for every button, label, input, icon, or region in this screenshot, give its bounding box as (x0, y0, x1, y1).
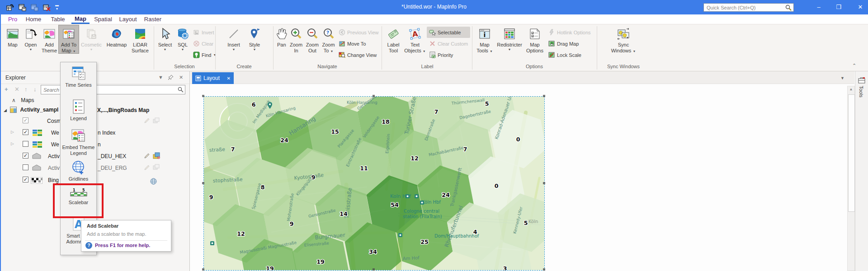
map-button[interactable]: Map (4, 25, 22, 48)
maximize-button[interactable]: ❒ (832, 0, 845, 14)
expand-icon[interactable]: ▷ (11, 141, 14, 146)
map-window-row[interactable]: ◢ Activity_sample (4, 107, 58, 113)
pan-button[interactable]: Pan (275, 25, 288, 48)
selectable-toggle[interactable]: Selectable (427, 27, 470, 38)
save-workspace-icon[interactable] (19, 4, 26, 11)
collapse-ribbon-icon[interactable]: ⌃ (852, 63, 856, 69)
sync-windows-button[interactable]: Sync Windows ▼ (608, 25, 639, 53)
selection-handle[interactable] (202, 95, 204, 97)
expand-icon[interactable]: ▷ (11, 130, 14, 134)
map-options-button[interactable]: Map Options (524, 25, 546, 53)
quick-search-box[interactable] (703, 3, 794, 12)
insert-button[interactable]: Insert ▼ (223, 25, 244, 51)
selection-handle[interactable] (543, 182, 545, 184)
close-tab-icon[interactable]: ✕ (227, 76, 231, 81)
layer-control-icon[interactable] (153, 152, 160, 159)
edit-style-icon[interactable] (144, 153, 150, 159)
selectable-toggle-label: Selectable (438, 30, 461, 35)
tab-spatial[interactable]: Spatial (92, 14, 114, 24)
map-cell-value: 0 (495, 182, 499, 189)
tab-pro[interactable]: Pro (5, 14, 20, 24)
layer-checkbox[interactable]: ✓ (23, 129, 28, 135)
quick-search-input[interactable] (706, 5, 785, 11)
lock-scale-button[interactable]: Lock Scale (546, 49, 593, 61)
selection-handle[interactable] (543, 268, 545, 271)
selection-handle[interactable] (373, 95, 375, 97)
select-button[interactable]: Select ▼ (156, 25, 175, 51)
drag-map-button[interactable]: Drag Map (546, 38, 593, 49)
heatmap-button[interactable]: Heatmap (104, 25, 129, 48)
ribbon: Map Open ▼ Add Theme Add To Map ▼ Cosmet… (0, 24, 868, 71)
selection-handle[interactable] (373, 268, 375, 271)
add-to-map-button[interactable]: Add To Map ▼ (59, 25, 79, 53)
group-label-selection: Selection (156, 64, 213, 69)
map-tools-button[interactable]: i Map Tools ▼ (474, 25, 495, 53)
zoom-out-button-label: Zoom Out (304, 42, 321, 53)
text-objects-button[interactable]: A Text Objects ▼ (403, 25, 427, 53)
map-frame[interactable]: Köln HansaringKöln HansaringGereonswallT… (203, 96, 545, 271)
map-title-left: Activity_sample (20, 107, 58, 113)
close-button[interactable]: ✕ (854, 0, 867, 14)
selection-handle[interactable] (543, 95, 545, 97)
close-table-icon[interactable] (43, 4, 51, 11)
menu-item-embed-theme-legend[interactable]: Embed Theme Legend (61, 128, 96, 156)
redistricter-button[interactable]: Redistricter ▼ (495, 25, 524, 51)
tab-overflow-icon[interactable]: ▼ (840, 76, 844, 80)
label-tool-button[interactable]: Label Tool (383, 25, 403, 53)
tab-map[interactable]: Map (71, 14, 90, 24)
zoom-to-button[interactable]: ? Zoom To ▼ (321, 25, 336, 53)
move-to-button[interactable]: Move To (336, 38, 380, 49)
layer-checkbox[interactable] (23, 141, 28, 147)
selection-handle[interactable] (202, 182, 204, 184)
map-cell-value: 25 (420, 238, 428, 245)
svg-text:?: ? (326, 30, 329, 36)
minimize-button[interactable]: – (812, 0, 826, 14)
map-cell-value: 14 (340, 210, 348, 217)
qat-customize-icon[interactable]: ▬▾ (55, 4, 59, 11)
scrollbar-thumb[interactable] (848, 94, 855, 212)
new-workspace-icon[interactable] (6, 4, 14, 11)
zoom-out-button[interactable]: Zoom Out (304, 25, 321, 53)
tab-table[interactable]: Table (48, 14, 68, 24)
tab-tools[interactable]: Tools (859, 86, 864, 98)
layer-checkbox[interactable]: ✓ (23, 153, 28, 159)
chevron-down-icon[interactable]: ▼ (158, 75, 163, 80)
vertical-scrollbar[interactable]: ▲ (847, 86, 855, 271)
maps-root-row[interactable]: ∧ Maps (12, 97, 34, 103)
add-icon[interactable]: + (5, 86, 8, 93)
priority-button[interactable]: Priority (427, 49, 470, 61)
open-button[interactable]: Open ▼ (22, 25, 40, 51)
layer-checkbox[interactable]: ✓ (23, 117, 28, 123)
style-button-label: Style (249, 42, 260, 48)
theme-layer-icon (33, 130, 42, 136)
zoom-in-button[interactable]: Zoom In (288, 25, 304, 53)
scroll-up-icon[interactable]: ▲ (848, 87, 854, 91)
search-icon[interactable] (785, 5, 792, 11)
globe-icon[interactable] (150, 178, 157, 185)
clear-button: Clear (191, 38, 213, 49)
menu-item-gridlines[interactable]: Gridlines (61, 160, 96, 182)
sql-button[interactable]: SQL ▼ (175, 25, 191, 51)
menu-item-time-series[interactable]: Time Series (61, 66, 96, 88)
collapse-icon[interactable]: ∧ (12, 97, 16, 103)
layer-checkbox[interactable]: ✓ (23, 177, 28, 182)
add-theme-button[interactable]: Add Theme (40, 25, 59, 53)
map-canvas[interactable]: Köln HansaringKöln HansaringGereonswallT… (204, 97, 544, 270)
style-button[interactable]: Style ▼ (244, 25, 265, 51)
tab-layout[interactable]: Layout (118, 14, 138, 24)
search-icon[interactable] (178, 87, 184, 93)
layer-checkbox[interactable] (23, 164, 28, 170)
explorer-title: Explorer (5, 75, 26, 81)
pin-icon[interactable] (168, 75, 174, 80)
change-view-button[interactable]: Change View (336, 49, 380, 61)
lidar-surface-button[interactable]: LiDAR Surface (129, 25, 151, 53)
tab-layout-document[interactable]: Layout ✕ (192, 72, 234, 84)
selection-handle[interactable] (202, 268, 204, 271)
legend-icon (71, 99, 86, 114)
tab-raster[interactable]: Raster (142, 14, 164, 24)
close-panel-icon[interactable]: ✕ (179, 75, 183, 80)
tab-home[interactable]: Home (24, 14, 43, 24)
menu-item-legend[interactable]: Legend (61, 99, 96, 121)
expand-icon[interactable]: ◢ (4, 108, 7, 112)
find-button[interactable]: Find ▼ (191, 49, 213, 61)
